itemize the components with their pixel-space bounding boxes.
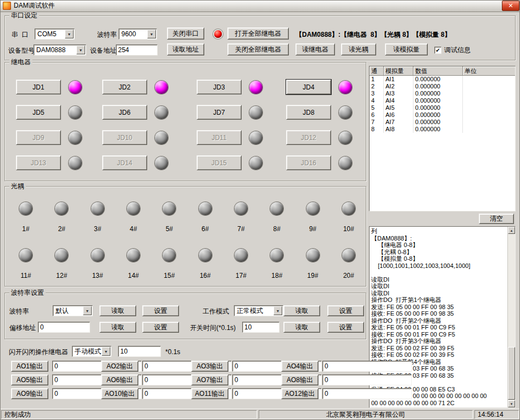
workmode-set-button[interactable]: 设置 (327, 305, 364, 316)
workmode-read-button[interactable]: 读取 (283, 305, 320, 316)
ao-button-ao4[interactable]: AO4输出 (281, 361, 318, 372)
switch-time-read-button[interactable]: 读取 (283, 322, 320, 333)
opto-led-7 (234, 202, 248, 215)
relay-button-jd12[interactable]: JD12 (286, 130, 331, 145)
ao-button-ao2[interactable]: AO2输出 (101, 361, 138, 372)
flash-time-input[interactable] (118, 346, 161, 357)
opto-led-15 (163, 249, 176, 262)
analog-cell-value: 0.000000 (413, 126, 463, 133)
baudrate-select[interactable]: 默认 ▼ (53, 305, 93, 316)
opto-led-5 (163, 202, 176, 215)
clear-button[interactable]: 清空 (479, 214, 514, 224)
ao-input-ao4[interactable] (322, 361, 412, 372)
chevron-down-icon[interactable]: ▼ (102, 347, 110, 356)
relay-cell: JD10 (102, 130, 197, 145)
opto-channel-label: 14# (128, 272, 139, 279)
relay-button-jd10[interactable]: JD10 (102, 130, 147, 145)
relay-cell: JD13 (16, 155, 102, 170)
ao-button-ao10[interactable]: AO10输出 (101, 388, 138, 399)
ao-button-ao3[interactable]: AO3输出 (191, 361, 228, 372)
ao-button-ao11[interactable]: AO11输出 (191, 388, 228, 399)
relay-cell: JD16 (286, 155, 362, 170)
close-serial-button[interactable]: 关闭串口 (167, 27, 204, 40)
relay-button-jd16[interactable]: JD16 (286, 155, 331, 170)
opto-row-2: 11#12#13#14#15#16#17#18#19#20# (15, 249, 360, 279)
relay-button-jd9[interactable]: JD9 (16, 130, 61, 145)
ao-input-ao8[interactable] (322, 374, 412, 385)
relay-button-jd3[interactable]: JD3 (197, 80, 242, 94)
opto-channel-label: 18# (271, 272, 282, 279)
opto-channel: 13# (87, 249, 109, 279)
relay-button-jd13[interactable]: JD13 (16, 155, 61, 170)
opto-channel-label: 4# (130, 225, 137, 233)
read-address-button[interactable]: 读取地址 (167, 43, 204, 55)
ao-input-ao12[interactable] (322, 388, 412, 399)
relay-button-jd15[interactable]: JD15 (197, 155, 242, 170)
relay-led-jd6 (155, 106, 168, 119)
relay-button-jd6[interactable]: JD6 (102, 105, 147, 120)
offset-input[interactable] (38, 322, 90, 333)
ao-button-ao5[interactable]: AO5输出 (11, 374, 48, 385)
chevron-down-icon[interactable]: ▼ (83, 306, 92, 315)
open-all-relays-button[interactable]: 打开全部继电器 (227, 27, 289, 40)
scroll-down-icon[interactable]: ▼ (508, 400, 515, 407)
ao-button-ao9[interactable]: AO9输出 (11, 388, 48, 399)
relay-button-jd4[interactable]: JD4 (286, 80, 331, 94)
relay-grid: JD1JD2JD3JD4JD5JD6JD7JD8JD9JD10JD11JD12J… (16, 80, 362, 170)
relay-button-jd5[interactable]: JD5 (16, 105, 61, 120)
offset-read-button[interactable]: 读取 (99, 322, 136, 333)
close-button[interactable]: ✕ (502, 1, 519, 11)
opto-channel: 7# (230, 202, 252, 233)
device-summary: 【DAM0888】:【继电器 8】【光耦 8】【模拟量 8】 (295, 31, 451, 39)
ao-button-ao6[interactable]: AO6输出 (101, 374, 138, 385)
chevron-down-icon[interactable]: ▼ (147, 30, 156, 38)
opto-channel-label: 20# (343, 272, 354, 279)
read-relay-button[interactable]: 读继电器 (295, 43, 335, 55)
port-select[interactable]: COM5 ▼ (35, 29, 75, 40)
relay-cell: JD7 (197, 105, 286, 120)
switch-time-set-button[interactable]: 设置 (327, 322, 364, 333)
ao-button-ao8[interactable]: AO8输出 (281, 374, 318, 385)
relay-button-jd1[interactable]: JD1 (16, 80, 61, 94)
read-opto-button[interactable]: 读光耦 (341, 43, 376, 55)
log-line: 【模拟量 0-8】 (371, 255, 507, 262)
opto-channel-label: 13# (92, 272, 103, 279)
table-row: 2AI20.000000 (370, 83, 515, 90)
ao-button-ao7[interactable]: AO7输出 (191, 374, 228, 385)
chevron-down-icon[interactable]: ▼ (273, 306, 282, 315)
address-input[interactable] (116, 44, 158, 55)
relay-button-jd7[interactable]: JD7 (197, 105, 242, 120)
analog-column-header: 模拟量 (384, 66, 413, 76)
baudrate-set-button[interactable]: 设置 (142, 305, 179, 316)
relay-led-jd3 (249, 81, 262, 94)
log-scrollbar[interactable]: ▲ ▼ (507, 227, 515, 407)
relay-button-jd14[interactable]: JD14 (102, 155, 147, 170)
debug-info-checkbox[interactable]: ✔ 调试信息 (434, 46, 471, 55)
read-analog-button[interactable]: 读模拟量 (385, 43, 428, 55)
switch-time-input[interactable] (242, 322, 279, 333)
opto-row-1: 1#2#3#4#5#6#7#8#9#10# (15, 202, 360, 233)
model-select[interactable]: DAM0888 ▼ (33, 44, 86, 55)
scroll-up-icon[interactable]: ▲ (508, 227, 515, 234)
model-label: 设备型号 (8, 47, 35, 55)
offset-set-button[interactable]: 设置 (142, 322, 179, 333)
relay-button-jd2[interactable]: JD2 (102, 80, 147, 94)
chevron-down-icon[interactable]: ▼ (65, 30, 74, 38)
ao-button-ao12[interactable]: AO12输出 (281, 388, 318, 399)
baud-select[interactable]: 9600 ▼ (119, 29, 157, 40)
close-all-relays-button[interactable]: 关闭全部继电器 (227, 43, 289, 55)
scroll-thumb[interactable] (508, 347, 515, 400)
chevron-down-icon[interactable]: ▼ (76, 46, 85, 54)
baudrate-read-button[interactable]: 读取 (99, 305, 136, 316)
workmode-select[interactable]: 正常模式 ▼ (234, 305, 283, 316)
relay-button-jd8[interactable]: JD8 (286, 105, 331, 120)
opto-channel-label: 15# (164, 272, 175, 279)
relay-led-jd4 (339, 81, 352, 94)
relay-led-jd7 (249, 106, 262, 119)
opto-channel-label: 8# (273, 225, 281, 233)
relay-button-jd11[interactable]: JD11 (197, 130, 242, 145)
analog-column-header: 通 (370, 66, 384, 76)
flash-mode-select[interactable]: 手动模式 ▼ (72, 346, 111, 357)
ao-button-ao1[interactable]: AO1输出 (11, 361, 48, 372)
relay-cell: JD15 (197, 155, 286, 170)
